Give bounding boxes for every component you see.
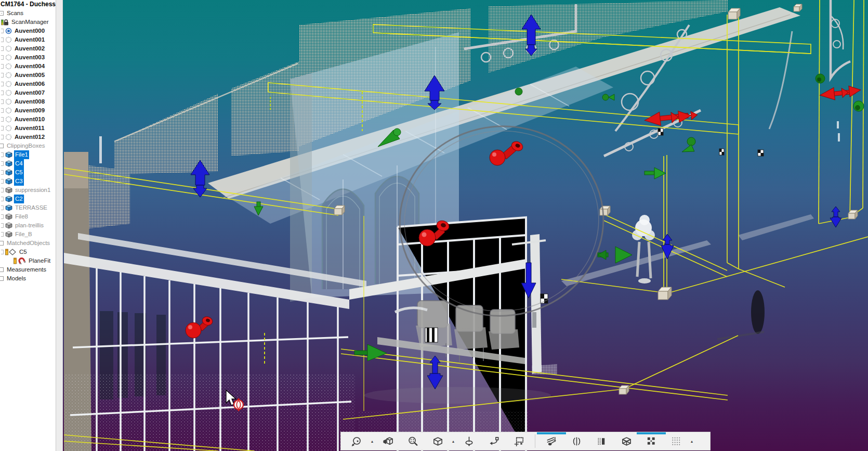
tree-item-auvent006[interactable]: Auvent006 [0, 80, 56, 88]
tree-expander-icon[interactable] [0, 241, 4, 246]
tree-item-auvent007[interactable]: Auvent007 [0, 88, 56, 97]
point-size-options-dropdown-caret[interactable]: ▴ [689, 439, 695, 444]
tree-item-auvent004[interactable]: Auvent004 [0, 62, 56, 71]
tree-item-auvent012[interactable]: Auvent012 [0, 133, 56, 141]
tree-item-c3[interactable]: C3 [0, 177, 56, 186]
standard-views-tool-icon [432, 435, 444, 447]
viewport-3d[interactable]: ▴▴▴ [63, 0, 868, 451]
tree-item-auvent002[interactable]: Auvent002 [0, 44, 56, 53]
point-cloud-scene[interactable] [63, 0, 868, 451]
scan-icon [5, 98, 12, 105]
tree-item-label: Auvent003 [14, 53, 46, 62]
tree-item-c5[interactable]: C5 [0, 168, 56, 177]
tree-item-label: Auvent012 [14, 133, 46, 141]
tree-item-file1[interactable]: File1 [0, 150, 56, 159]
clipping-box-disabled-icon [5, 187, 12, 194]
slice-compare-tool-button[interactable] [589, 432, 614, 450]
tree-item-c2[interactable]: C2 [0, 195, 56, 203]
tree-expander-icon[interactable] [1, 179, 4, 184]
tree-expander-icon[interactable] [1, 188, 4, 192]
tree-expander-icon[interactable] [1, 55, 4, 60]
tree-item-planefit[interactable]: PlaneFit [0, 256, 56, 265]
tree-expander-icon[interactable] [1, 117, 4, 122]
tree-expander-icon[interactable] [1, 73, 4, 78]
tree-item-label: C2 [14, 195, 24, 203]
rotate-axis-tool-button[interactable] [456, 432, 481, 450]
tree-expander-icon[interactable] [1, 223, 4, 228]
tree-item-auvent005[interactable]: Auvent005 [0, 71, 56, 80]
tree-expander-icon[interactable] [1, 37, 4, 42]
tree-expander-icon[interactable] [1, 197, 4, 201]
tree-item-auvent010[interactable]: Auvent010 [0, 115, 56, 124]
split-section-tool-button[interactable] [564, 432, 589, 450]
tree-item-terrasse[interactable]: TERRASSE [0, 203, 56, 212]
tree-item-auvent001[interactable]: Auvent001 [0, 35, 56, 44]
tree-expander-icon[interactable] [1, 232, 4, 237]
tree-item-label: ScanManager [10, 18, 50, 27]
clipping-tool-button[interactable] [539, 432, 564, 450]
tree-expander-icon[interactable] [1, 135, 4, 139]
move-viewpoint-tool-icon [513, 435, 525, 447]
clipping-tool-icon [546, 435, 558, 447]
tree-item-scanmanager[interactable]: ScanManager [0, 18, 56, 27]
standard-views-tool-dropdown-caret[interactable]: ▴ [450, 439, 456, 444]
tree-expander-icon[interactable] [1, 46, 4, 51]
camera-view-tool-button[interactable] [375, 432, 400, 450]
tree-item-plan-treillis[interactable]: plan-treillis [0, 221, 56, 230]
tree-item-c5[interactable]: C5 [0, 248, 56, 256]
previous-view-tool-button[interactable] [481, 432, 506, 450]
tree-expander-icon[interactable] [1, 214, 4, 219]
tree-item-auvent003[interactable]: Auvent003 [0, 53, 56, 62]
tree-item-auvent008[interactable]: Auvent008 [0, 97, 56, 106]
bounding-cube-tool-button[interactable] [614, 432, 639, 450]
tree-item-scans[interactable]: -Scans [0, 9, 56, 18]
tree-item-auvent009[interactable]: Auvent009 [0, 106, 56, 115]
orbit-view-tool-button[interactable] [344, 432, 369, 450]
tree-expander-icon[interactable] [1, 64, 4, 69]
panel-splitter[interactable] [56, 0, 63, 451]
active-tool-indicator [637, 432, 666, 434]
tree-expander-icon[interactable] [1, 91, 4, 95]
tree-expander-icon[interactable] [1, 29, 4, 33]
tree-item-c4[interactable]: C4 [0, 159, 56, 168]
tree-item-suppression1[interactable]: suppression1 [0, 186, 56, 195]
tree-item-auvent011[interactable]: Auvent011 [0, 124, 56, 133]
tree-expander-icon[interactable] [1, 82, 4, 86]
tree-expander-icon[interactable] [1, 108, 4, 113]
tree-expander-icon[interactable] [1, 152, 4, 157]
tree-expander-icon[interactable] [0, 267, 4, 272]
project-tree-panel: CM1764 - Duchesse-ScansScanManagerAuvent… [0, 0, 56, 451]
tree-item-label: Auvent001 [14, 35, 46, 44]
tree-expander-icon[interactable] [0, 276, 4, 281]
point-size-options-button[interactable] [664, 432, 689, 450]
move-viewpoint-tool-button[interactable] [506, 432, 531, 450]
orbit-view-tool-dropdown-caret[interactable]: ▴ [369, 439, 375, 444]
tree-expander-icon[interactable] [1, 250, 4, 254]
tree-item-auvent000[interactable]: Auvent000 [0, 27, 56, 35]
scan-icon [5, 89, 12, 96]
point-pattern-tool-button[interactable] [639, 432, 664, 450]
standard-views-tool-button[interactable] [425, 432, 450, 450]
clipping-box-icon [5, 160, 12, 167]
tree-expander-icon[interactable] [0, 144, 4, 148]
tree-item-file-b[interactable]: File_B [0, 230, 56, 239]
tree-item-matchedobjects[interactable]: MatchedObjects [0, 239, 56, 248]
scan-manager-icon [1, 19, 9, 25]
active-scan-icon [5, 28, 12, 34]
tree-expander-icon[interactable] [1, 99, 4, 104]
tree-expander-icon[interactable] [1, 126, 4, 131]
tree-expander-icon[interactable]: - [0, 11, 4, 16]
tree-item-clippingboxes[interactable]: ClippingBoxes [0, 141, 56, 150]
clipping-box-disabled-icon [5, 231, 12, 238]
view-toolbar: ▴▴▴ [340, 432, 711, 450]
tree-item-models[interactable]: Models [0, 274, 56, 283]
tree-expander-icon[interactable] [1, 161, 4, 166]
zoom-to-points-tool-button[interactable] [400, 432, 425, 450]
tree-expander-icon[interactable] [1, 170, 4, 175]
tree-item-file8[interactable]: File8 [0, 212, 56, 221]
orbit-view-tool-icon [351, 435, 363, 447]
tree-item-measurements[interactable]: Measurements [0, 265, 56, 274]
tree-item-label: ClippingBoxes [6, 141, 46, 150]
tree-expander-icon[interactable] [1, 205, 4, 210]
tree-item-label: File8 [14, 212, 29, 221]
